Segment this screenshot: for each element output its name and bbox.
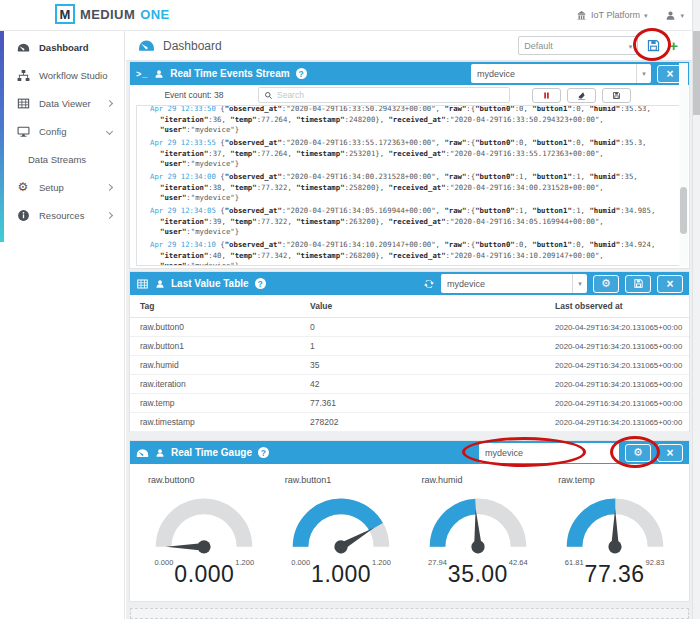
scrollbar-thumb[interactable] [680, 187, 687, 234]
search-input[interactable] [277, 90, 504, 100]
table-device-select[interactable]: mydevice [441, 274, 587, 293]
page-scrollbar[interactable] [692, 0, 700, 619]
widget-title: Last Value Table [171, 278, 249, 289]
value-cell: 42 [300, 379, 545, 389]
table-row: raw.iteration422020-04-29T16:34:20.13106… [130, 375, 689, 394]
sidebar-item-workflow-studio[interactable]: Workflow Studio [0, 61, 124, 89]
events-device-select[interactable]: mydevice [471, 64, 651, 83]
sidebar-menu: DashboardWorkflow StudioData ViewerConfi… [0, 31, 124, 229]
gauge-value: 0.000 [136, 561, 273, 588]
gear-icon: ⚙ [633, 447, 643, 458]
export-stream-button[interactable] [602, 88, 631, 103]
sidebar-item-config[interactable]: Config [0, 117, 124, 145]
log-entry: Apr 29 12:34:00 {"observed_at":"2020-04-… [144, 172, 658, 204]
platform-menu[interactable]: IoT Platform [576, 10, 647, 21]
sidebar-accent-strip [0, 31, 4, 242]
table-icon [136, 278, 149, 290]
speedometer-icon [138, 39, 155, 52]
dashboard-select[interactable]: Default [518, 36, 638, 55]
sidebar-item-label: Dashboard [39, 42, 89, 53]
sidebar-item-label: Setup [39, 182, 64, 193]
table-header-row: Tag Value Last observed at [130, 295, 689, 318]
pause-stream-button[interactable] [532, 88, 561, 103]
close-table-widget-button[interactable] [657, 275, 683, 293]
clear-stream-button[interactable] [567, 88, 596, 103]
event-count: Event count: 38 [130, 90, 258, 100]
caret-down-icon [680, 10, 684, 20]
sidebar-item-label: Data Viewer [39, 98, 91, 109]
tag-cell: raw.temp [130, 398, 300, 408]
info-icon [16, 208, 30, 222]
speedometer-icon [136, 447, 149, 459]
value-cell: 35 [300, 360, 545, 370]
gauge-raw-button0: raw.button00.0001.2000.000 [136, 475, 273, 601]
refresh-icon[interactable] [423, 278, 435, 290]
table-row: raw.timestamp2782022020-04-29T16:34:20.1… [130, 413, 689, 432]
caret-down-icon [636, 64, 651, 83]
gauge-settings-button[interactable]: ⚙ [625, 444, 651, 462]
events-toolbar: Event count: 38 [130, 85, 689, 105]
log-entry: Apr 29 12:33:55 {"observed_at":"2020-04-… [144, 138, 658, 170]
save-icon [612, 91, 621, 100]
tag-cell: raw.iteration [130, 379, 300, 389]
table-row: raw.temp77.3612020-04-29T16:34:20.131065… [130, 394, 689, 413]
gauge-raw-temp: raw.temp61.8192.8377.36 [546, 475, 683, 601]
caret-down-icon [629, 41, 633, 51]
gears-icon: ⚙ [16, 180, 30, 194]
sidebar-item-label: Data Streams [28, 154, 86, 165]
log-timestamp: Apr 29 12:34:00 [150, 172, 216, 181]
monitor-icon [16, 124, 30, 138]
sidebar-item-label: Workflow Studio [39, 70, 107, 81]
sidebar-item-data-viewer[interactable]: Data Viewer [0, 89, 124, 117]
pause-icon [542, 91, 551, 100]
question-icon[interactable]: ? [296, 68, 307, 79]
gauge-raw-button1: raw.button10.0001.2001.000 [273, 475, 410, 601]
sidebar-item-data-streams[interactable]: Data Streams [0, 145, 124, 173]
sidebar-item-setup[interactable]: ⚙Setup [0, 173, 124, 201]
main-header: Dashboard Default + [126, 31, 692, 61]
gauge-dial [559, 488, 671, 556]
user-icon [155, 279, 165, 289]
gauge-label: raw.button0 [136, 475, 273, 485]
sidebar-item-dashboard[interactable]: Dashboard [0, 33, 124, 61]
eraser-icon [577, 91, 586, 100]
last-observed-cell: 2020-04-29T16:34:20.131065+00:00 [545, 361, 689, 370]
gauge-needle [608, 509, 621, 554]
gauge-value: 1.000 [273, 561, 410, 588]
question-icon[interactable]: ? [255, 278, 266, 289]
log-timestamp: Apr 29 12:33:55 [150, 138, 216, 147]
add-widget-button[interactable]: + [669, 38, 678, 53]
gauge-device-input[interactable] [479, 443, 619, 463]
close-gauge-widget-button[interactable] [657, 444, 683, 462]
caret-down-icon [572, 274, 587, 293]
value-cell: 77.361 [300, 398, 545, 408]
building-icon [576, 10, 587, 21]
main-content: Dashboard Default + Real Time Events Str… [126, 31, 692, 619]
value-cell: 1 [300, 341, 545, 351]
log-entry: Apr 29 12:33:50 {"observed_at":"2020-04-… [144, 105, 658, 136]
user-menu[interactable] [665, 10, 684, 21]
sidebar-item-label: Config [39, 126, 66, 137]
gauge-value: 77.36 [546, 561, 683, 588]
table-export-button[interactable] [625, 275, 651, 293]
event-log-scrollbar[interactable] [679, 63, 688, 267]
log-timestamp: Apr 29 12:33:50 [150, 105, 216, 113]
gauge-needle [166, 540, 211, 553]
gauge-widget-header: Real Time Gauge ? ⚙ [130, 441, 689, 464]
tag-cell: raw.button1 [130, 341, 300, 351]
sidebar-item-label: Resources [39, 210, 84, 221]
save-dashboard-button[interactable] [646, 38, 661, 53]
table-row: raw.humid352020-04-29T16:34:20.131065+00… [130, 356, 689, 375]
question-icon[interactable]: ? [258, 447, 269, 458]
sidebar-item-resources[interactable]: Resources [0, 201, 124, 229]
brand-one: ONE [140, 7, 169, 22]
table-settings-button[interactable]: ⚙ [593, 275, 619, 293]
log-timestamp: Apr 29 12:34:05 [150, 206, 216, 215]
table-row: raw.button002020-04-29T16:34:20.131065+0… [130, 318, 689, 337]
event-log[interactable]: Apr 29 12:33:50 {"observed_at":"2020-04-… [136, 105, 683, 266]
log-entry: Apr 29 12:34:05 {"observed_at":"2020-04-… [144, 206, 658, 238]
page-title: Dashboard [163, 39, 222, 53]
tag-cell: raw.humid [130, 360, 300, 370]
scrollbar-thumb[interactable] [693, 31, 700, 115]
speedometer-icon [16, 40, 30, 54]
